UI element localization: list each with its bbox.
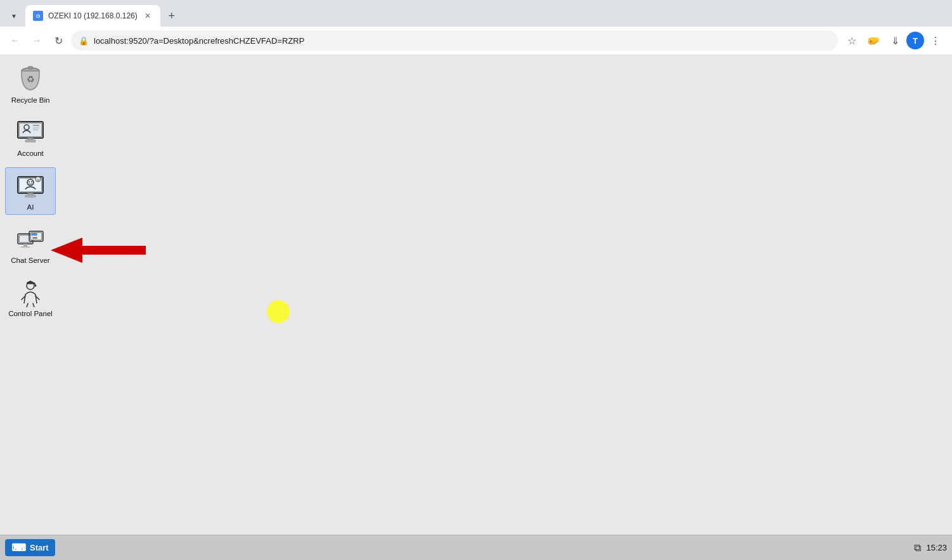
forward-button[interactable]: → [28,32,46,49]
extensions-button[interactable]: 🤛 [863,30,884,51]
nav-bar: ← → ↻ 🔒 localhost:9520/?a=Desktop&ncrefr… [0,27,952,54]
start-icon: ⌨ [11,542,26,554]
account-image [15,117,46,147]
start-button[interactable]: ⌨ Start [5,539,55,556]
profile-button[interactable]: T [906,32,924,49]
svg-rect-27 [21,246,30,248]
recycle-bin-image: ♻ [15,63,46,94]
chat-server-icon[interactable]: Chat Server [5,221,56,268]
svg-rect-29 [27,283,34,284]
control-panel-label: Control Panel [8,310,53,319]
desktop-area: ♻ Recycle Bin [0,54,952,535]
recycle-bin-icon[interactable]: ♻ Recycle Bin [5,61,56,108]
recycle-bin-label: Recycle Bin [11,96,50,105]
browser-chrome: ▼ O OZEKI 10 (192.168.0.126) ✕ + ← → ↻ 🔒… [0,0,952,54]
nav-right-buttons: ☆ 🤛 ⇓ T ⋮ [842,30,946,51]
chat-server-label: Chat Server [11,257,49,265]
reload-button[interactable]: ↻ [49,32,67,49]
chat-server-image [15,224,46,254]
cursor-highlight [267,300,290,323]
tab-list-button[interactable]: ▼ [5,7,23,25]
address-bar[interactable]: 🔒 localhost:9520/?a=Desktop&ncrefreshCHZ… [71,30,838,51]
ai-image: AI [15,170,46,201]
account-icon[interactable]: Account [5,114,56,161]
control-panel-image [15,277,46,307]
svg-marker-30 [27,281,34,283]
svg-marker-33 [51,238,146,263]
account-label: Account [17,150,44,158]
tab-title: OZEKI 10 (192.168.0.126) [48,11,138,20]
svg-rect-24 [31,233,37,236]
taskbar: ⌨ Start ⧉ 15:23 [0,535,952,560]
svg-rect-17 [25,195,35,197]
tab-bar: ▼ O OZEKI 10 (192.168.0.126) ✕ + [0,0,952,27]
tab-close-button[interactable]: ✕ [143,11,153,21]
svg-text:AI: AI [37,178,40,182]
ai-icon[interactable]: AI AI [5,167,56,215]
active-tab[interactable]: O OZEKI 10 (192.168.0.126) ✕ [25,5,160,27]
svg-point-15 [31,181,32,182]
lock-icon: 🔒 [79,36,89,46]
control-panel-icon[interactable]: Control Panel [5,274,56,321]
svg-point-32 [35,285,37,287]
menu-button[interactable]: ⋮ [925,30,946,51]
bookmark-button[interactable]: ☆ [842,30,862,51]
red-arrow-annotation [51,234,146,266]
start-label: Start [30,543,49,552]
ai-label: AI [27,203,34,212]
taskbar-time: 15:23 [926,543,947,552]
taskbar-grid-icon: ⧉ [914,542,921,554]
svg-text:♻: ♻ [27,74,35,84]
new-tab-button[interactable]: + [163,7,181,25]
svg-point-14 [29,181,30,182]
svg-rect-25 [32,237,37,239]
download-button[interactable]: ⇓ [885,30,905,51]
url-text: localhost:9520/?a=Desktop&ncrefreshCHZEV… [94,36,830,46]
svg-rect-10 [25,140,35,142]
svg-rect-26 [23,244,27,246]
taskbar-right: ⧉ 15:23 [914,542,947,554]
desktop-icons: ♻ Recycle Bin [5,61,56,321]
svg-rect-2 [28,67,33,69]
tab-favicon: O [33,11,43,21]
back-button[interactable]: ← [6,32,24,49]
